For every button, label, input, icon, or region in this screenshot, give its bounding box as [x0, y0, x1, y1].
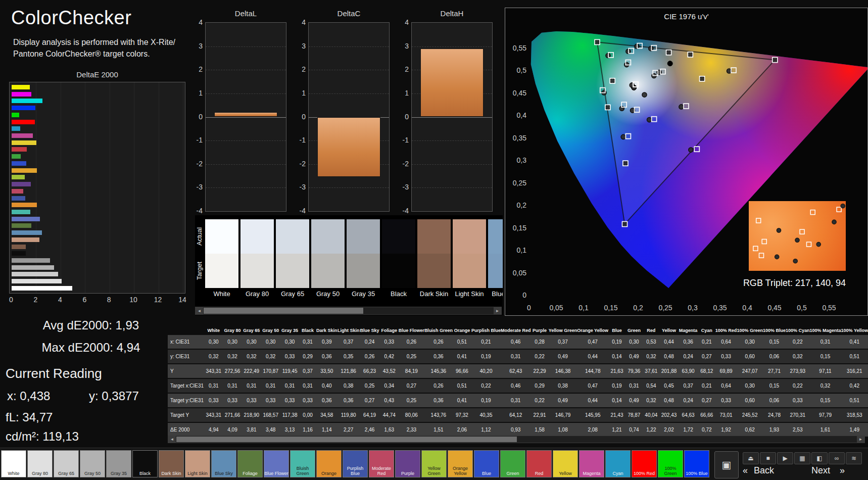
patch-tile-label: Moderate Red	[369, 466, 394, 477]
table-cell: 78,87	[625, 408, 643, 422]
eject-button[interactable]: ⏏	[743, 452, 759, 464]
table-cell: 316,21	[841, 364, 868, 378]
stop-button[interactable]: ■	[760, 452, 776, 464]
back-button[interactable]: Back	[754, 465, 774, 476]
patch-tile-label: Light Skin	[187, 471, 208, 477]
patch-tile-red[interactable]: Red	[526, 450, 552, 477]
table-cell: 0,32	[261, 349, 280, 364]
column-header-cyan: Cyan	[698, 326, 715, 335]
patch-tile-blue[interactable]: Blue	[474, 450, 499, 477]
patch-tile-gray-35[interactable]: Gray 35	[106, 450, 131, 477]
current-luminance-readout: cd/m²: 119,13	[6, 429, 79, 444]
table-cell: 0,42	[841, 378, 868, 393]
patch-tile-100-green[interactable]: 100% Green	[658, 450, 683, 477]
patch-tile-orange[interactable]: Orange	[316, 450, 342, 477]
signal-button[interactable]: ≋	[846, 452, 862, 464]
next-chevron-icon[interactable]: »	[840, 465, 845, 476]
table-cell: 40,04	[643, 408, 660, 422]
table-cell: 0,31	[625, 378, 643, 393]
table-cell: 0,64	[715, 378, 737, 393]
deltae-bar-orange-yellow	[12, 168, 37, 173]
patch-tile-yellow[interactable]: Yellow	[553, 450, 578, 477]
next-button[interactable]: Next	[811, 465, 830, 476]
patch-tile-foliage[interactable]: Foliage	[237, 450, 263, 477]
gridline	[206, 140, 286, 141]
patch-tile-cyan[interactable]: Cyan	[605, 450, 631, 477]
scroll-right-button[interactable]: ►	[494, 307, 501, 314]
play-button[interactable]: ▶	[777, 452, 793, 464]
patch-tile-light-skin[interactable]: Light Skin	[185, 450, 210, 477]
display-pattern-button[interactable]: ▣	[714, 451, 739, 478]
table-cell: 143,76	[424, 408, 453, 422]
scroll-thumb[interactable]	[204, 308, 363, 314]
loop-button[interactable]: ∞	[829, 452, 845, 464]
patch-tile-purple[interactable]: Purple	[395, 450, 420, 477]
y-tick-label: 3	[292, 42, 306, 50]
y-tick-label: -2	[395, 160, 409, 168]
patch-tile-100-red[interactable]: 100% Red	[632, 450, 657, 477]
patch-tile-magenta[interactable]: Magenta	[579, 450, 604, 477]
table-cell: 0,33	[786, 393, 810, 408]
table-cell: 0,31	[261, 378, 280, 393]
patch-tile-blue-sky[interactable]: Blue Sky	[211, 450, 236, 477]
cie-y-tick: 0,35	[506, 134, 526, 142]
scroll-left-button[interactable]: ◄	[196, 307, 203, 314]
patch-tile-dark-skin[interactable]: Dark Skin	[159, 450, 184, 477]
patch-tile-label: Purplish Blue	[343, 466, 367, 477]
swatch-target-white	[205, 254, 238, 288]
scroll-thumb[interactable]	[176, 437, 517, 442]
table-cell: 0,33	[715, 349, 737, 364]
patch-tile-green[interactable]: Green	[500, 450, 525, 477]
table-cell: 0,30	[625, 335, 643, 349]
cie-x-tick: 0	[518, 304, 540, 312]
cie-inset-patch	[749, 201, 846, 271]
patch-tile-label: Gray 50	[84, 471, 101, 477]
table-cell: 0,30	[280, 335, 300, 349]
pattern-button[interactable]: ▦	[794, 452, 810, 464]
swatch-actual-blue-sky	[488, 219, 503, 254]
row-label: ΔE 2000	[168, 422, 205, 437]
patch-tile-white[interactable]: White	[1, 450, 26, 477]
table-cell: 201,88	[660, 364, 679, 378]
y-tick-label: -3	[188, 183, 203, 191]
table-cell: 4,94	[205, 422, 223, 437]
cie-y-tick: 0,3	[506, 156, 526, 164]
swatch-label: Gray 50	[310, 290, 346, 298]
table-cell: 84,19	[399, 364, 424, 378]
deltae-chart-title: DeltaE 2000	[9, 70, 185, 79]
table-cell: 1,63	[380, 422, 399, 437]
cie-x-tick: 0,45	[763, 304, 786, 312]
scroll-right-button[interactable]: ►	[857, 436, 864, 443]
table-cell: 0,33	[205, 393, 223, 408]
back-chevron-icon[interactable]: «	[743, 465, 748, 476]
patch-tile-yellow-green[interactable]: Yellow Green	[421, 450, 447, 477]
chart-title-deltah: DeltaH	[411, 9, 493, 18]
delta-bar-deltah	[420, 49, 483, 117]
table-cell: 97,32	[453, 408, 471, 422]
patch-tile-orange-yellow[interactable]: Orange Yellow	[448, 450, 473, 477]
patch-tile-gray-65[interactable]: Gray 65	[54, 450, 79, 477]
table-cell: 0,33	[280, 393, 300, 408]
patch-tile-blue-flower[interactable]: Blue Flower	[264, 450, 289, 477]
swatch-scrollbar: ◄►	[195, 307, 502, 315]
scroll-left-button[interactable]: ◄	[168, 436, 176, 443]
gridline	[309, 46, 389, 47]
deltae-bar-cyan	[12, 126, 20, 131]
table-cell: 0,51	[841, 393, 868, 408]
patch-tile-moderate-red[interactable]: Moderate Red	[369, 450, 394, 477]
table-cell: 0,51	[453, 378, 471, 393]
swatch-target-dark-skin	[417, 254, 451, 288]
gridline	[309, 93, 389, 94]
split-screen-button[interactable]: ◧	[811, 452, 828, 464]
patch-tile-black[interactable]: Black	[132, 450, 158, 477]
patch-tile-bluish-green[interactable]: Bluish Green	[290, 450, 315, 477]
column-header-moderate-red: Moderate Red	[501, 326, 531, 335]
swatch-label: Gray 65	[275, 290, 310, 298]
patch-tile-purplish-blue[interactable]: Purplish Blue	[343, 450, 368, 477]
table-cell: 0,37	[678, 378, 698, 393]
table-cell: 0,41	[453, 393, 471, 408]
column-header-blue: Blue	[608, 326, 625, 335]
patch-tile-gray-50[interactable]: Gray 50	[80, 450, 105, 477]
patch-tile-gray-80[interactable]: Gray 80	[27, 450, 53, 477]
patch-tile-100-blue[interactable]: 100% Blue	[684, 450, 709, 477]
